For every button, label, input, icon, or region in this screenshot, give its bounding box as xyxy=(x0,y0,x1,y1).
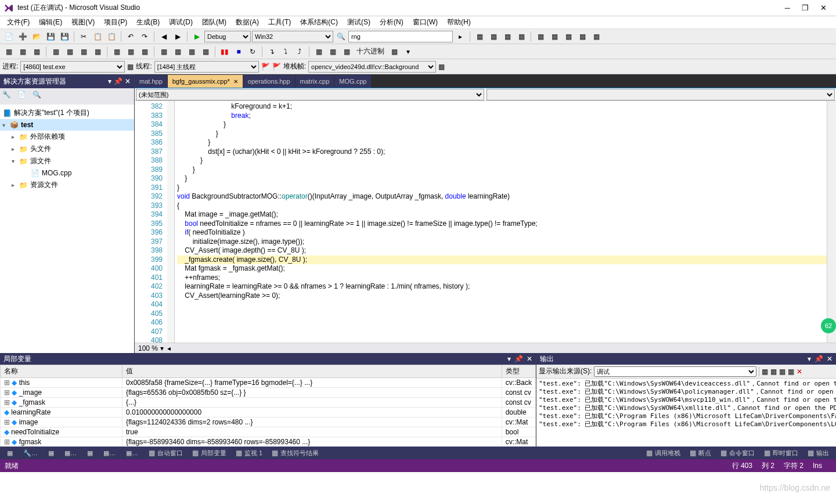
menu-item[interactable]: 视图(V) xyxy=(67,16,99,28)
tb-icon[interactable]: ▦ xyxy=(49,45,62,58)
tb-icon[interactable]: ▦ xyxy=(562,30,575,43)
code-editor[interactable]: 3823833843853863873883893903913923933943… xyxy=(135,101,836,343)
btab-icon[interactable]: ▦… xyxy=(121,448,143,458)
editor-tab[interactable]: matrix.cpp xyxy=(296,75,335,88)
tb-icon[interactable]: ▦ xyxy=(185,45,198,58)
copy-icon[interactable]: 📋 xyxy=(91,30,104,43)
properties-icon[interactable]: 🔧 xyxy=(2,91,14,102)
pin-icon[interactable]: 📌 xyxy=(815,355,823,363)
tb-icon[interactable]: ▦ xyxy=(30,45,43,58)
tb-icon[interactable]: ▦ xyxy=(199,45,212,58)
tb-icon[interactable]: ▦ xyxy=(438,63,445,71)
code-content[interactable]: kForeground = k+1; break; } } } dst[x] =… xyxy=(174,101,827,343)
close-button[interactable]: ✕ xyxy=(820,3,827,12)
menu-item[interactable]: 工具(T) xyxy=(264,16,296,28)
nav-fwd-icon[interactable]: ▶ xyxy=(171,30,184,43)
platform-select[interactable]: Win32 xyxy=(252,31,333,42)
tb-icon[interactable]: ▾ xyxy=(402,45,415,58)
menu-item[interactable]: 团队(M) xyxy=(197,16,231,28)
close-icon[interactable]: ✕ xyxy=(527,355,532,363)
btab-icon[interactable]: ▦ xyxy=(2,448,17,458)
close-icon[interactable]: ✕ xyxy=(827,355,833,363)
tree-folder[interactable]: ▸📁外部依赖项 xyxy=(0,131,134,143)
tb-icon[interactable]: ▦ xyxy=(171,45,184,58)
stack-select[interactable]: opencv_video249d.dll!cv::Background xyxy=(308,61,436,73)
menu-item[interactable]: 分析(N) xyxy=(375,16,408,28)
tb-icon[interactable]: ▦ xyxy=(312,45,325,58)
save-icon[interactable]: 💾 xyxy=(44,30,57,43)
search-input[interactable] xyxy=(348,31,453,42)
refresh-icon[interactable]: 🔍 xyxy=(33,91,44,102)
editor-tab[interactable]: bgfg_gaussmix.cpp* ✕ xyxy=(168,75,243,88)
tb-icon[interactable]: ▦ xyxy=(487,30,500,43)
add-item-icon[interactable]: ➕ xyxy=(16,30,29,43)
member-select[interactable] xyxy=(487,89,835,100)
tb-icon[interactable]: ▦ xyxy=(91,45,104,58)
menu-item[interactable]: 体系结构(C) xyxy=(296,16,343,28)
save-all-icon[interactable]: 💾 xyxy=(58,30,71,43)
bottom-tab[interactable]: ▦ 断点 xyxy=(685,448,716,459)
menu-item[interactable]: 测试(S) xyxy=(343,16,375,28)
locals-row[interactable]: ◆ needToInitializetruebool xyxy=(1,427,536,437)
dropdown-icon[interactable]: ▾ xyxy=(108,77,111,85)
editor-tab[interactable]: operations.hpp xyxy=(243,75,296,88)
zoom-level[interactable]: 100 % xyxy=(138,344,158,352)
cut-icon[interactable]: ✂ xyxy=(77,30,90,43)
tb-icon[interactable]: ▦ xyxy=(779,368,785,376)
tb-icon[interactable]: ▦ xyxy=(77,45,90,58)
menu-item[interactable]: 文件(F) xyxy=(2,16,34,28)
tree-folder[interactable]: ▸📁头文件 xyxy=(0,143,134,155)
tb-icon[interactable]: ▦ xyxy=(110,45,123,58)
dropdown-icon[interactable]: ▾ xyxy=(507,355,511,363)
find-icon[interactable]: 🔍 xyxy=(334,30,347,43)
tb-icon[interactable]: ▦ xyxy=(63,45,76,58)
open-icon[interactable]: 📂 xyxy=(30,30,43,43)
menu-item[interactable]: 数据(A) xyxy=(231,16,264,28)
output-source-select[interactable]: 调试 xyxy=(594,366,756,377)
bottom-tab[interactable]: ▦ 命令窗口 xyxy=(716,448,759,459)
output-text[interactable]: "test.exe": 已加载"C:\Windows\SysWOW64\devi… xyxy=(536,379,836,447)
locals-row[interactable]: ⊞ ◆ image{flags=1124024336 dims=2 rows=4… xyxy=(1,417,536,427)
locals-row[interactable]: ⊞ ◆ _fgmask{...}const cv xyxy=(1,398,536,408)
locals-grid[interactable]: 名称 值 类型 ⊞ ◆ this0x0085fa58 {frameSize={.… xyxy=(0,365,536,447)
tb-icon[interactable]: ▦ xyxy=(788,368,794,376)
pin-icon[interactable]: 📌 xyxy=(514,355,523,363)
tree-file[interactable]: 📄MOG.cpp xyxy=(0,167,134,179)
tab-close-icon[interactable]: ✕ xyxy=(233,78,238,85)
tb-icon[interactable]: ▦ xyxy=(2,45,15,58)
bottom-tab[interactable]: ▦ 监视 1 xyxy=(231,448,267,459)
btab-icon[interactable]: ▦… xyxy=(60,448,81,458)
bottom-tab[interactable]: ▦ 自动窗口 xyxy=(144,448,188,459)
tree-folder[interactable]: ▾📁源文件 xyxy=(0,155,134,167)
bottom-tab[interactable]: ▦ 输出 xyxy=(803,448,834,459)
project-node[interactable]: ▾📦test xyxy=(0,119,134,131)
tb-icon[interactable]: ▦ xyxy=(762,368,768,376)
menu-item[interactable]: 编辑(E) xyxy=(34,16,67,28)
show-all-icon[interactable]: 📄 xyxy=(17,91,29,102)
locals-row[interactable]: ◆ learningRate0.010000000000000000double xyxy=(1,408,536,417)
flag-icon[interactable]: 🚩 xyxy=(261,63,270,71)
tb-icon[interactable]: ▦ xyxy=(326,45,339,58)
restart-icon[interactable]: ↻ xyxy=(246,45,259,58)
scope-select[interactable]: (未知范围) xyxy=(136,89,484,100)
clear-icon[interactable]: ✕ xyxy=(797,368,802,376)
config-select[interactable]: Debug xyxy=(204,31,251,42)
menu-item[interactable]: 项目(P) xyxy=(99,16,132,28)
tree-folder[interactable]: ▸📁资源文件 xyxy=(0,179,134,191)
tb-icon[interactable]: ▦ xyxy=(124,45,137,58)
dropdown-icon[interactable]: ▾ xyxy=(808,355,811,363)
thread-select[interactable]: [1484] 主线程 xyxy=(154,61,259,73)
tb-icon[interactable]: ▦ xyxy=(501,30,514,43)
btab-icon[interactable]: ▦ xyxy=(44,448,59,458)
minimize-button[interactable]: ─ xyxy=(785,3,790,12)
redo-icon[interactable]: ↷ xyxy=(138,30,151,43)
tb-icon[interactable]: ▦ xyxy=(515,30,528,43)
btab-icon[interactable]: ▦ xyxy=(82,448,98,458)
tb-icon[interactable]: ▦ xyxy=(473,30,486,43)
step-icon[interactable]: ↴ xyxy=(265,45,278,58)
tb-icon[interactable]: ▦ xyxy=(16,45,29,58)
pin-icon[interactable]: 📌 xyxy=(114,77,122,85)
step-out-icon[interactable]: ⤴ xyxy=(293,45,306,58)
tb-icon[interactable]: ▦ xyxy=(127,63,134,71)
hex-label[interactable]: 十六进制 xyxy=(354,46,387,56)
